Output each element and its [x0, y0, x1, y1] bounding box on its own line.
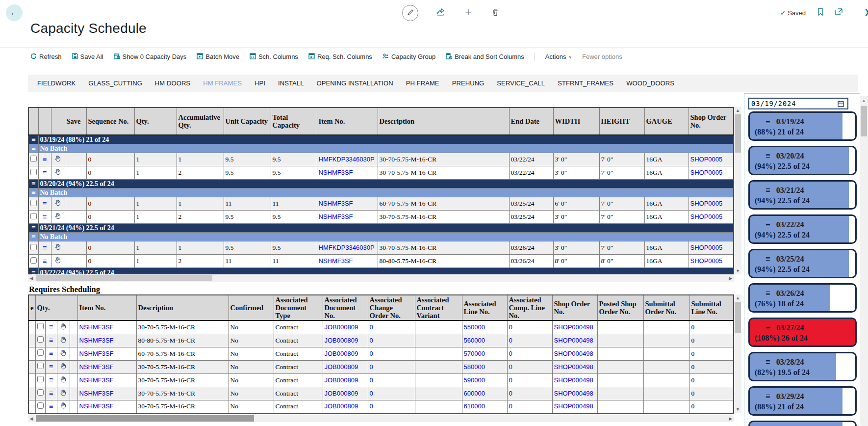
- tab-ph-frame[interactable]: PH FRAME: [400, 75, 446, 92]
- row-menu-icon[interactable]: ≡: [49, 363, 53, 371]
- cell-item-no-link[interactable]: NSHMF3SF: [79, 363, 114, 371]
- capacity-day-card[interactable]: ≡03/27/24(108%) 26 of 24: [748, 318, 857, 347]
- page-vertical-scrollbar[interactable]: ▲: [860, 96, 868, 426]
- capacity-day-card[interactable]: ≡03/28/24(82%) 19.5 of 24: [748, 352, 857, 381]
- requires-column-header[interactable]: Qty.: [35, 295, 77, 320]
- cell-shop-order-no-link[interactable]: SHOP0005: [690, 200, 723, 207]
- schedule-column-header[interactable]: Qty.: [134, 107, 177, 135]
- grab-hand-icon[interactable]: [60, 390, 67, 398]
- card-menu-icon[interactable]: ≡: [766, 220, 770, 230]
- share-icon[interactable]: [435, 7, 446, 18]
- row-select-checkbox[interactable]: [30, 244, 37, 250]
- cell-shop-order-no-link[interactable]: SHOP000498: [554, 323, 593, 331]
- edit-button[interactable]: [402, 5, 418, 21]
- schedule-column-header[interactable]: Unit Capacity: [224, 107, 271, 135]
- schedule-column-header[interactable]: End Date: [509, 107, 553, 135]
- toolbar-button-save-all[interactable]: Save All: [72, 53, 103, 60]
- requires-column-header[interactable]: Associated Contract Variant: [415, 295, 462, 320]
- cell-shop-order-no-link[interactable]: SHOP000498: [554, 350, 593, 357]
- cell-associated-document-no-link[interactable]: JOB000809: [325, 390, 358, 397]
- row-menu-icon[interactable]: ≡: [49, 389, 53, 397]
- cell-shop-order-no-link[interactable]: SHOP0005: [690, 169, 723, 176]
- row-menu-icon[interactable]: ≡: [43, 244, 47, 252]
- back-button[interactable]: ←: [6, 4, 23, 21]
- row-select-checkbox[interactable]: [30, 213, 37, 219]
- tab-hpi[interactable]: HPI: [248, 75, 272, 92]
- schedule-column-header[interactable]: [51, 107, 65, 135]
- cell-associated-line-no-link[interactable]: 590000: [464, 376, 485, 384]
- row-select-checkbox[interactable]: [37, 323, 44, 329]
- card-menu-icon[interactable]: ≡: [766, 357, 770, 367]
- cell-item-no-link[interactable]: NSHMF3SF: [79, 350, 114, 357]
- schedule-column-header[interactable]: Description: [378, 107, 509, 135]
- toolbar-button-batch-move[interactable]: Batch Move: [197, 53, 239, 61]
- group-menu-icon[interactable]: ≡: [31, 135, 36, 143]
- cell-associated-comp-line-no-link[interactable]: 0: [509, 402, 512, 410]
- cell-associated-line-no-link[interactable]: 610000: [464, 402, 485, 410]
- schedule-table-vertical-scrollbar[interactable]: ▲ ▼: [734, 107, 741, 274]
- cell-item-no-link[interactable]: HMFKDP3346030P: [319, 156, 375, 163]
- capacity-day-card[interactable]: ≡03/26/24(76%) 18 of 24: [748, 283, 857, 313]
- cell-associated-comp-line-no-link[interactable]: 0: [509, 337, 512, 344]
- tab-stfrnt-frames[interactable]: STFRNT_FRAMES: [551, 75, 620, 92]
- cell-item-no-link[interactable]: NSHMF3SF: [79, 323, 114, 331]
- cell-associated-document-no-link[interactable]: JOB000809: [325, 323, 358, 331]
- tab-glass-cutting[interactable]: GLASS_CUTTING: [82, 75, 149, 92]
- cell-shop-order-no-link[interactable]: SHOP000498: [554, 363, 593, 371]
- cell-associated-change-order-no-link[interactable]: 0: [370, 390, 373, 397]
- cell-associated-line-no-link[interactable]: 600000: [464, 390, 485, 397]
- toolbar-button-show-0-capacity-days[interactable]: Show 0 Capacity Days: [114, 53, 187, 61]
- group-menu-icon[interactable]: ≡: [31, 144, 36, 152]
- grab-hand-icon[interactable]: [55, 156, 61, 163]
- fewer-options-button[interactable]: Fewer options: [582, 53, 622, 60]
- row-menu-icon[interactable]: ≡: [43, 200, 47, 208]
- tab-fieldwork[interactable]: FIELDWORK: [31, 75, 82, 92]
- card-menu-icon[interactable]: ≡: [766, 323, 770, 333]
- schedule-column-header[interactable]: Shop Order No.: [689, 107, 734, 135]
- cell-item-no-link[interactable]: NSHMF3SF: [319, 257, 353, 265]
- cell-associated-document-no-link[interactable]: JOB000809: [325, 376, 358, 384]
- requires-column-header[interactable]: Description: [136, 295, 229, 320]
- cell-associated-comp-line-no-link[interactable]: 0: [509, 363, 512, 371]
- requires-column-header[interactable]: Associated Line No.: [462, 295, 507, 320]
- cell-associated-comp-line-no-link[interactable]: 0: [509, 376, 512, 384]
- group-menu-icon[interactable]: ≡: [31, 188, 36, 196]
- delete-icon[interactable]: [490, 7, 501, 18]
- requires-column-header[interactable]: Item No.: [77, 295, 136, 320]
- requires-column-header[interactable]: Associated Change Order No.: [368, 295, 415, 320]
- cell-shop-order-no-link[interactable]: SHOP0005: [690, 257, 723, 265]
- cell-item-no-link[interactable]: NSHMF3SF: [79, 337, 114, 344]
- cell-associated-document-no-link[interactable]: JOB000809: [325, 337, 358, 344]
- cell-item-no-link[interactable]: NSHMF3SF: [79, 390, 114, 397]
- schedule-table-horizontal-scrollbar[interactable]: ◀ ▶: [28, 274, 734, 282]
- row-menu-icon[interactable]: ≡: [43, 156, 47, 163]
- grab-hand-icon[interactable]: [55, 244, 61, 252]
- capacity-day-card[interactable]: ≡03/21/24(94%) 22.5 of 24: [748, 180, 857, 210]
- row-menu-icon[interactable]: ≡: [43, 213, 47, 221]
- row-select-checkbox[interactable]: [37, 349, 44, 356]
- requires-column-header[interactable]: Confirmed: [229, 295, 274, 320]
- row-select-checkbox[interactable]: [30, 169, 37, 175]
- cell-item-no-link[interactable]: NSHMF3SF: [79, 402, 114, 410]
- grab-hand-icon[interactable]: [55, 169, 61, 177]
- grab-hand-icon[interactable]: [60, 403, 67, 410]
- actions-menu[interactable]: Actions ∨: [545, 53, 572, 60]
- tab-hm-frames[interactable]: HM FRAMES: [197, 75, 248, 92]
- row-menu-icon[interactable]: ≡: [49, 323, 53, 331]
- cell-item-no-link[interactable]: NSHMF3SF: [319, 200, 353, 207]
- cell-associated-comp-line-no-link[interactable]: 0: [509, 323, 512, 331]
- requires-table-horizontal-scrollbar[interactable]: ◀ ▶: [28, 415, 734, 422]
- row-menu-icon[interactable]: ≡: [49, 349, 53, 357]
- requires-column-header[interactable]: Associated Comp. Line No.: [507, 295, 552, 320]
- row-menu-icon[interactable]: ≡: [43, 169, 47, 177]
- requires-column-header[interactable]: Posted Shop Order No.: [597, 295, 643, 320]
- cell-shop-order-no-link[interactable]: SHOP000498: [554, 402, 593, 410]
- cell-associated-change-order-no-link[interactable]: 0: [370, 337, 373, 344]
- schedule-column-header[interactable]: Save: [65, 107, 86, 135]
- requires-column-header[interactable]: Associated Document No.: [323, 295, 368, 320]
- cell-item-no-link[interactable]: NSHMF3SF: [79, 376, 114, 384]
- group-menu-icon[interactable]: ≡: [31, 233, 36, 240]
- group-menu-icon[interactable]: ≡: [31, 224, 36, 232]
- toolbar-button-capacity-group[interactable]: Capacity Group: [383, 53, 435, 61]
- cell-associated-line-no-link[interactable]: 570000: [464, 350, 485, 357]
